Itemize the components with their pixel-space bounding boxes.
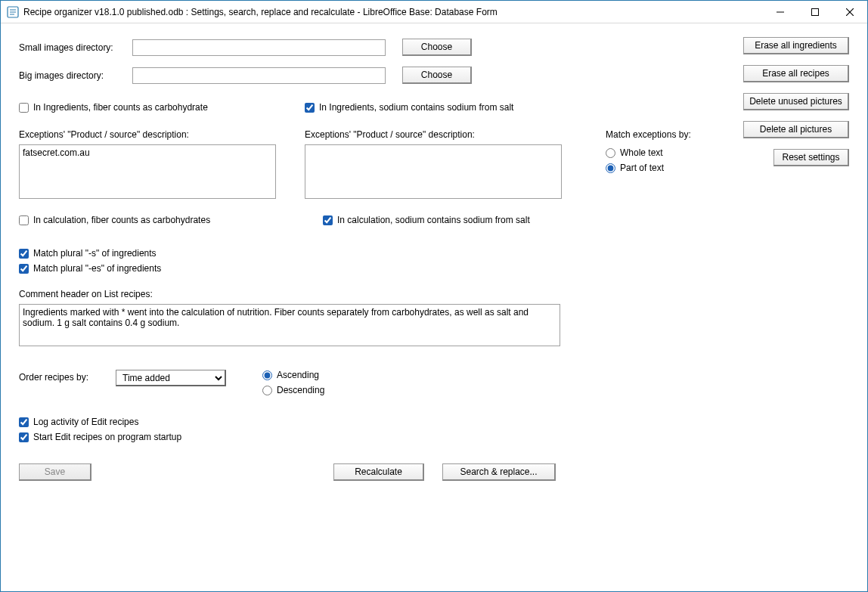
small-images-dir-input[interactable] bbox=[132, 39, 386, 56]
recalculate-button[interactable]: Recalculate bbox=[333, 463, 424, 481]
window-title: Recipe organizer v18.1.0 published.odb :… bbox=[23, 7, 763, 17]
match-plural-s-checkbox[interactable]: Match plural "-s" of ingredients bbox=[19, 248, 849, 259]
main-content: Small images directory: Choose Big image… bbox=[19, 39, 849, 481]
order-by-label: Order recipes by: bbox=[19, 370, 116, 383]
svg-rect-5 bbox=[812, 9, 819, 16]
close-button[interactable] bbox=[832, 1, 867, 23]
match-plural-es-checkbox[interactable]: Match plural "-es" of ingredients bbox=[19, 263, 849, 274]
ascending-radio[interactable]: Ascending bbox=[262, 370, 324, 380]
match-exceptions-by-label: Match exceptions by: bbox=[606, 129, 691, 140]
search-replace-button[interactable]: Search & replace... bbox=[442, 463, 556, 481]
sodium-salt-ing-checkbox[interactable]: In Ingredients, sodium contains sodium f… bbox=[305, 102, 513, 113]
part-of-text-radio[interactable]: Part of text bbox=[606, 163, 691, 173]
descending-label: Descending bbox=[277, 385, 324, 395]
sodium-salt-calc-label: In calculation, sodium contains sodium f… bbox=[337, 215, 530, 225]
maximize-button[interactable] bbox=[798, 1, 832, 23]
small-images-dir-label: Small images directory: bbox=[19, 42, 132, 53]
fiber-carb-ing-label: In Ingredients, fiber counts as carbohyd… bbox=[33, 102, 208, 113]
fiber-carb-ing-checkbox[interactable]: In Ingredients, fiber counts as carbohyd… bbox=[19, 102, 305, 113]
match-plural-es-label: Match plural "-es" of ingredients bbox=[33, 263, 161, 274]
part-of-text-label: Part of text bbox=[620, 163, 664, 173]
comment-header-textarea[interactable]: Ingredients marked with * went into the … bbox=[19, 304, 560, 346]
save-button[interactable]: Save bbox=[19, 463, 91, 481]
whole-text-radio[interactable]: Whole text bbox=[606, 147, 691, 158]
app-icon bbox=[7, 6, 19, 18]
order-by-select[interactable]: Time added bbox=[116, 370, 226, 386]
ascending-label: Ascending bbox=[277, 370, 319, 380]
titlebar: Recipe organizer v18.1.0 published.odb :… bbox=[1, 1, 867, 23]
window-controls bbox=[763, 1, 867, 23]
exceptions-left-textarea[interactable]: fatsecret.com.au bbox=[19, 144, 276, 199]
minimize-button[interactable] bbox=[763, 1, 798, 23]
sodium-salt-calc-checkbox[interactable]: In calculation, sodium contains sodium f… bbox=[323, 215, 530, 225]
match-plural-s-label: Match plural "-s" of ingredients bbox=[33, 248, 157, 259]
log-activity-checkbox[interactable]: Log activity of Edit recipes bbox=[19, 417, 849, 427]
descending-radio[interactable]: Descending bbox=[262, 385, 324, 395]
big-images-dir-label: Big images directory: bbox=[19, 70, 132, 81]
big-images-dir-input[interactable] bbox=[132, 67, 386, 84]
fiber-carb-calc-checkbox[interactable]: In calculation, fiber counts as carbohyd… bbox=[19, 215, 323, 225]
choose-big-dir-button[interactable]: Choose bbox=[402, 67, 472, 84]
log-activity-label: Log activity of Edit recipes bbox=[33, 417, 138, 427]
choose-small-dir-button[interactable]: Choose bbox=[402, 39, 472, 56]
exceptions-right-textarea[interactable] bbox=[305, 144, 562, 199]
start-on-startup-checkbox[interactable]: Start Edit recipes on program startup bbox=[19, 432, 849, 442]
sodium-salt-ing-label: In Ingredients, sodium contains sodium f… bbox=[319, 102, 513, 113]
start-on-startup-label: Start Edit recipes on program startup bbox=[33, 432, 181, 442]
fiber-carb-calc-label: In calculation, fiber counts as carbohyd… bbox=[33, 215, 210, 225]
exceptions-right-label: Exceptions' "Product / source" descripti… bbox=[305, 129, 562, 140]
exceptions-left-label: Exceptions' "Product / source" descripti… bbox=[19, 129, 276, 140]
whole-text-label: Whole text bbox=[620, 147, 663, 158]
comment-header-label: Comment header on List recipes: bbox=[19, 289, 849, 299]
